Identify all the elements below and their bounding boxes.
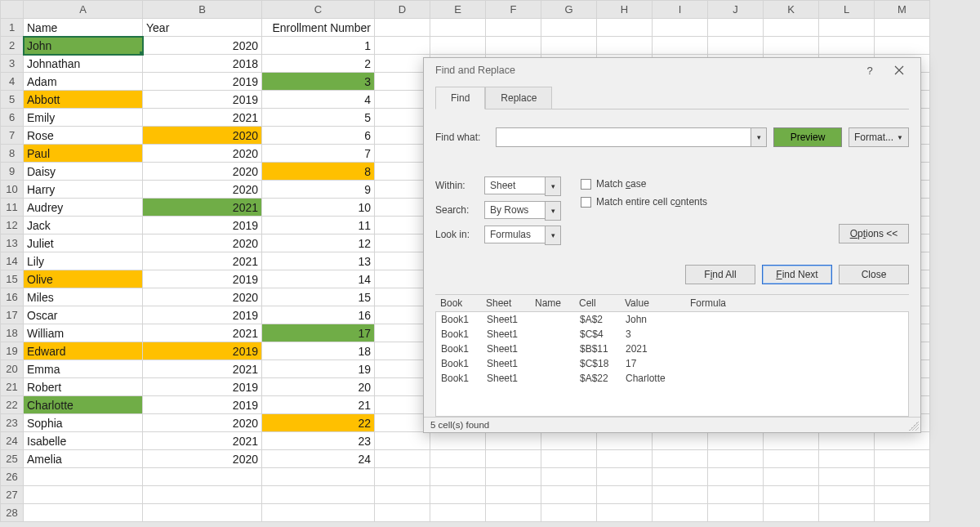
cell-H25[interactable] bbox=[597, 450, 653, 468]
cell-F24[interactable] bbox=[486, 432, 541, 450]
row-header-21[interactable]: 21 bbox=[1, 378, 24, 396]
cell-H24[interactable] bbox=[597, 432, 653, 450]
cell-L1[interactable] bbox=[819, 19, 875, 37]
cell-A25[interactable]: Amelia bbox=[24, 450, 143, 468]
cell-M28[interactable] bbox=[875, 504, 930, 522]
cell-J2[interactable] bbox=[708, 37, 764, 55]
cell-C15[interactable]: 14 bbox=[262, 270, 375, 288]
cell-A14[interactable]: Lily bbox=[24, 252, 143, 270]
column-header-F[interactable]: F bbox=[486, 1, 541, 19]
cell-A2[interactable]: John bbox=[24, 37, 143, 55]
cell-C1[interactable]: Enrollment Number bbox=[262, 19, 375, 37]
cell-D28[interactable] bbox=[375, 504, 430, 522]
cell-A6[interactable]: Emily bbox=[24, 109, 143, 127]
cell-D18[interactable] bbox=[375, 324, 430, 342]
results-col-formula[interactable]: Formula bbox=[685, 297, 909, 309]
cell-B6[interactable]: 2021 bbox=[143, 109, 262, 127]
cell-C8[interactable]: 7 bbox=[262, 145, 375, 163]
lookin-select[interactable]: Formulas ▾ bbox=[484, 226, 561, 243]
cell-B25[interactable]: 2020 bbox=[143, 450, 262, 468]
cell-G2[interactable] bbox=[541, 37, 597, 55]
cell-K24[interactable] bbox=[764, 432, 819, 450]
cell-A9[interactable]: Daisy bbox=[24, 163, 143, 181]
cell-D8[interactable] bbox=[375, 145, 430, 163]
row-header-3[interactable]: 3 bbox=[1, 55, 24, 73]
cell-C4[interactable]: 3 bbox=[262, 73, 375, 91]
cell-K25[interactable] bbox=[764, 450, 819, 468]
row-header-23[interactable]: 23 bbox=[1, 414, 24, 432]
cell-A17[interactable]: Oscar bbox=[24, 306, 143, 324]
row-header-27[interactable]: 27 bbox=[1, 486, 24, 504]
cell-D5[interactable] bbox=[375, 91, 430, 109]
cell-B24[interactable]: 2021 bbox=[143, 432, 262, 450]
row-header-7[interactable]: 7 bbox=[1, 127, 24, 145]
within-select[interactable]: Sheet ▾ bbox=[484, 176, 561, 194]
cell-C13[interactable]: 12 bbox=[262, 234, 375, 252]
cell-B18[interactable]: 2021 bbox=[143, 324, 262, 342]
cell-D24[interactable] bbox=[375, 432, 430, 450]
cell-E1[interactable] bbox=[430, 19, 486, 37]
cell-C5[interactable]: 4 bbox=[262, 91, 375, 109]
cell-H26[interactable] bbox=[597, 468, 653, 486]
cell-D7[interactable] bbox=[375, 127, 430, 145]
results-col-book[interactable]: Book bbox=[435, 297, 481, 309]
cell-D15[interactable] bbox=[375, 270, 430, 288]
cell-G24[interactable] bbox=[541, 432, 597, 450]
search-select[interactable]: By Rows ▾ bbox=[484, 201, 561, 219]
cell-G28[interactable] bbox=[541, 504, 597, 522]
cell-J24[interactable] bbox=[708, 432, 764, 450]
cell-D9[interactable] bbox=[375, 163, 430, 181]
close-button[interactable]: Close bbox=[839, 265, 909, 284]
cell-C12[interactable]: 11 bbox=[262, 217, 375, 234]
cell-D2[interactable] bbox=[375, 37, 430, 55]
cell-M2[interactable] bbox=[875, 37, 930, 55]
cell-C18[interactable]: 17 bbox=[262, 324, 375, 342]
cell-I25[interactable] bbox=[653, 450, 708, 468]
cell-B16[interactable]: 2020 bbox=[143, 288, 262, 306]
cell-A4[interactable]: Adam bbox=[24, 73, 143, 91]
column-header-M[interactable]: M bbox=[875, 1, 930, 19]
cell-B22[interactable]: 2019 bbox=[143, 396, 262, 414]
row-header-17[interactable]: 17 bbox=[1, 306, 24, 324]
cell-E25[interactable] bbox=[430, 450, 486, 468]
cell-M25[interactable] bbox=[875, 450, 930, 468]
cell-M26[interactable] bbox=[875, 468, 930, 486]
row-header-20[interactable]: 20 bbox=[1, 360, 24, 378]
cell-C17[interactable]: 16 bbox=[262, 306, 375, 324]
row-header-12[interactable]: 12 bbox=[1, 217, 24, 234]
resize-grip[interactable] bbox=[909, 421, 919, 431]
cell-A20[interactable]: Emma bbox=[24, 360, 143, 378]
row-header-10[interactable]: 10 bbox=[1, 181, 24, 199]
cell-C16[interactable]: 15 bbox=[262, 288, 375, 306]
row-header-25[interactable]: 25 bbox=[1, 450, 24, 468]
cell-H27[interactable] bbox=[597, 486, 653, 504]
results-col-cell[interactable]: Cell bbox=[574, 297, 620, 309]
cell-H2[interactable] bbox=[597, 37, 653, 55]
cell-H1[interactable] bbox=[597, 19, 653, 37]
cell-G1[interactable] bbox=[541, 19, 597, 37]
cell-C25[interactable]: 24 bbox=[262, 450, 375, 468]
cell-E24[interactable] bbox=[430, 432, 486, 450]
results-col-value[interactable]: Value bbox=[620, 297, 685, 309]
cell-B4[interactable]: 2019 bbox=[143, 73, 262, 91]
column-header-H[interactable]: H bbox=[597, 1, 653, 19]
cell-K28[interactable] bbox=[764, 504, 819, 522]
cell-D6[interactable] bbox=[375, 109, 430, 127]
cell-A28[interactable] bbox=[24, 504, 143, 522]
cell-L2[interactable] bbox=[819, 37, 875, 55]
cell-I26[interactable] bbox=[653, 468, 708, 486]
cell-B2[interactable]: 2020 bbox=[143, 37, 262, 55]
cell-E28[interactable] bbox=[430, 504, 486, 522]
cell-D21[interactable] bbox=[375, 378, 430, 396]
results-row[interactable]: Book1Sheet1$C$1817 bbox=[436, 356, 908, 371]
cell-B27[interactable] bbox=[143, 486, 262, 504]
cell-D1[interactable] bbox=[375, 19, 430, 37]
cell-E27[interactable] bbox=[430, 486, 486, 504]
cell-A18[interactable]: William bbox=[24, 324, 143, 342]
row-header-24[interactable]: 24 bbox=[1, 432, 24, 450]
cell-D22[interactable] bbox=[375, 396, 430, 414]
cell-J28[interactable] bbox=[708, 504, 764, 522]
row-header-8[interactable]: 8 bbox=[1, 145, 24, 163]
cell-B14[interactable]: 2021 bbox=[143, 252, 262, 270]
results-row[interactable]: Book1Sheet1$B$112021 bbox=[436, 342, 908, 356]
